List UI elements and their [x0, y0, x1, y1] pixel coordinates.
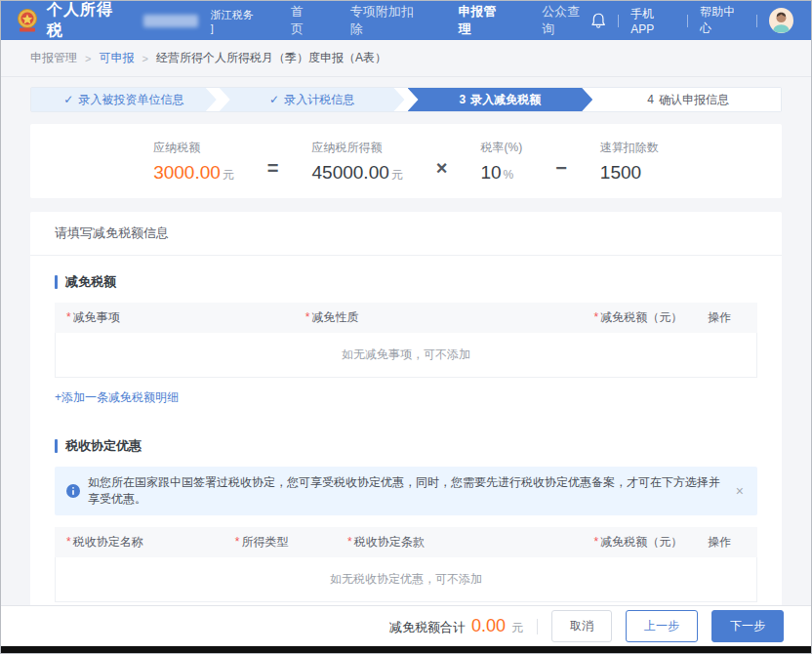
- breadcrumb-separator: >: [142, 53, 147, 64]
- calc-value: 3000.00: [153, 162, 221, 183]
- check-icon: ✓: [269, 93, 279, 106]
- col-reduction-item: *减免事项: [55, 303, 294, 333]
- tax-reduction-form-card: 请填写减免税额信息 减免税额 *减免事项 *减免性质 *减免税额（元） 操作: [30, 212, 782, 605]
- step-1-invested-unit-info[interactable]: ✓ 录入被投资单位信息: [31, 88, 217, 111]
- col-reduction-amount: *减免税额（元）: [568, 527, 695, 557]
- step-4-confirm-filing-info[interactable]: 4 确认申报信息: [595, 88, 781, 111]
- required-marker: *: [235, 535, 240, 549]
- col-treaty-clause: *税收协定条款: [336, 527, 568, 557]
- col-income-type: *所得类型: [223, 527, 336, 557]
- breadcrumb-filing-management[interactable]: 申报管理: [30, 50, 77, 66]
- table-header-row: *税收协定名称 *所得类型 *税收协定条款 *减免税额（元） 操作: [55, 527, 757, 557]
- breadcrumb: 申报管理 > 可申报 > 经营所得个人所得税月（季）度申报（A表）: [1, 40, 811, 77]
- user-avatar[interactable]: [769, 8, 793, 33]
- total-unit: 元: [511, 620, 523, 636]
- main-content: ✓ 录入被投资单位信息 ✓ 录入计税信息 3 录入减免税额 4 确认申报信息 应…: [1, 77, 811, 605]
- step-number: 3: [460, 93, 467, 106]
- breadcrumb-separator: >: [85, 53, 91, 64]
- banner-text: 如您所在国家跟中国签署过税收协定，您可享受税收协定优惠，同时，您需要先进行税收协…: [88, 474, 726, 508]
- step-wizard: ✓ 录入被投资单位信息 ✓ 录入计税信息 3 录入减免税额 4 确认申报信息: [30, 87, 782, 112]
- mobile-app-link[interactable]: 手机APP: [630, 6, 675, 36]
- multiply-operator: ×: [436, 143, 448, 180]
- section-title-bar: [55, 275, 58, 289]
- breadcrumb-can-file[interactable]: 可申报: [99, 50, 134, 66]
- quick-deduction: 速算扣除数 1500: [600, 140, 659, 184]
- banner-close-icon[interactable]: ×: [734, 483, 746, 499]
- calc-unit: %: [504, 168, 514, 182]
- previous-step-button[interactable]: 上一步: [626, 610, 698, 642]
- step-label: 确认申报信息: [659, 92, 729, 108]
- tax-rate: 税率(%) 10%: [480, 140, 522, 184]
- minus-operator: −: [555, 143, 567, 180]
- empty-state-tax-reduction: 如无减免事项，可不添加: [55, 333, 757, 378]
- step-3-tax-reduction[interactable]: 3 录入减免税额: [408, 88, 593, 111]
- app-title: 个人所得税: [47, 0, 127, 41]
- required-marker: *: [594, 535, 599, 549]
- section-tax-reduction: 减免税额 *减免事项 *减免性质 *减免税额（元） 操作 如无减免事项，可不添加…: [30, 256, 782, 420]
- tax-emblem-icon: [15, 8, 40, 33]
- divider: [756, 15, 757, 27]
- nav-public-query[interactable]: 公众查询: [542, 3, 590, 38]
- nav-home[interactable]: 首页: [291, 3, 315, 38]
- calc-label: 速算扣除数: [600, 140, 659, 156]
- breadcrumb-current-page: 经营所得个人所得税月（季）度申报（A表）: [156, 50, 386, 66]
- check-icon: ✓: [63, 93, 73, 106]
- top-nav: 首页 专项附加扣除 申报管理 公众查询: [291, 3, 590, 38]
- notification-bell-icon[interactable]: [590, 12, 606, 29]
- step-number: 4: [647, 93, 654, 106]
- divider: [618, 15, 619, 27]
- section-tax-treaty: 税收协定优惠 如您所在国家跟中国签署过税收协定，您可享受税收协定优惠，同时，您需…: [30, 420, 782, 605]
- empty-state-tax-treaty: 如无税收协定优惠，可不添加: [55, 557, 757, 602]
- tax-calculation-card: 应纳税额 3000.00元 = 应纳税所得额 45000.00元 × 税率(%)…: [30, 124, 782, 198]
- avatar-person-icon: [769, 8, 793, 33]
- tax-treaty-info-banner: 如您所在国家跟中国签署过税收协定，您可享受税收协定优惠，同时，您需要先进行税收协…: [55, 467, 757, 515]
- calc-value: 10: [480, 162, 501, 183]
- next-step-button[interactable]: 下一步: [711, 610, 784, 642]
- org-label: 浙江税务 ]: [211, 8, 258, 34]
- tax-treaty-table: *税收协定名称 *所得类型 *税收协定条款 *减免税额（元） 操作: [55, 527, 757, 557]
- brand: 个人所得税 浙江税务 ]: [15, 0, 258, 41]
- step-2-tax-calculation-info[interactable]: ✓ 录入计税信息: [220, 88, 405, 111]
- total-label: 减免税额合计: [389, 619, 466, 636]
- calc-unit: 元: [391, 168, 403, 182]
- nav-filing-management[interactable]: 申报管理: [458, 3, 507, 38]
- nav-special-deductions[interactable]: 专项附加扣除: [350, 3, 424, 38]
- section-title: 减免税额: [65, 273, 116, 291]
- tax-payable: 应纳税额 3000.00元: [153, 140, 234, 184]
- section-title: 税收协定优惠: [65, 437, 142, 455]
- divider: [537, 619, 538, 634]
- table-header-row: *减免事项 *减免性质 *减免税额（元） 操作: [55, 303, 757, 333]
- tax-reduction-table: *减免事项 *减免性质 *减免税额（元） 操作: [55, 303, 757, 333]
- top-right-group: 手机APP 帮助中心: [590, 4, 793, 37]
- section-title-bar: [55, 439, 58, 453]
- form-title: 请填写减免税额信息: [30, 212, 782, 256]
- step-label: 录入减免税额: [470, 92, 541, 108]
- required-marker: *: [305, 310, 310, 324]
- step-label: 录入被投资单位信息: [78, 92, 183, 108]
- app-window: 个人所得税 浙江税务 ] 首页 专项附加扣除 申报管理 公众查询 手机APP 帮…: [0, 0, 812, 654]
- section-title-row: 减免税额: [55, 273, 757, 291]
- top-header: 个人所得税 浙江税务 ] 首页 专项附加扣除 申报管理 公众查询 手机APP 帮…: [1, 1, 811, 40]
- total-reduction-group: 减免税额合计 0.00 元: [389, 616, 523, 636]
- required-marker: *: [66, 310, 71, 324]
- calc-label: 税率(%): [480, 140, 522, 156]
- window-bottom-edge: [1, 646, 811, 653]
- add-tax-reduction-link[interactable]: +添加一条减免税额明细: [55, 389, 179, 406]
- section-title-row: 税收协定优惠: [55, 437, 757, 455]
- required-marker: *: [594, 310, 599, 324]
- cancel-button[interactable]: 取消: [551, 610, 612, 642]
- footer-action-bar: 减免税额合计 0.00 元 取消 上一步 下一步: [1, 605, 811, 646]
- required-marker: *: [66, 535, 71, 549]
- help-center-link[interactable]: 帮助中心: [700, 4, 745, 37]
- calc-value: 1500: [600, 162, 641, 183]
- col-reduction-nature: *减免性质: [294, 303, 547, 333]
- required-marker: *: [347, 535, 352, 549]
- redacted-username: [143, 15, 198, 27]
- col-treaty-name: *税收协定名称: [55, 527, 223, 557]
- calc-unit: 元: [223, 168, 234, 182]
- col-actions: 操作: [694, 303, 757, 333]
- total-value: 0.00: [471, 616, 506, 636]
- col-reduction-amount: *减免税额（元）: [547, 303, 694, 333]
- calc-label: 应纳税所得额: [312, 140, 403, 156]
- col-actions: 操作: [694, 527, 757, 557]
